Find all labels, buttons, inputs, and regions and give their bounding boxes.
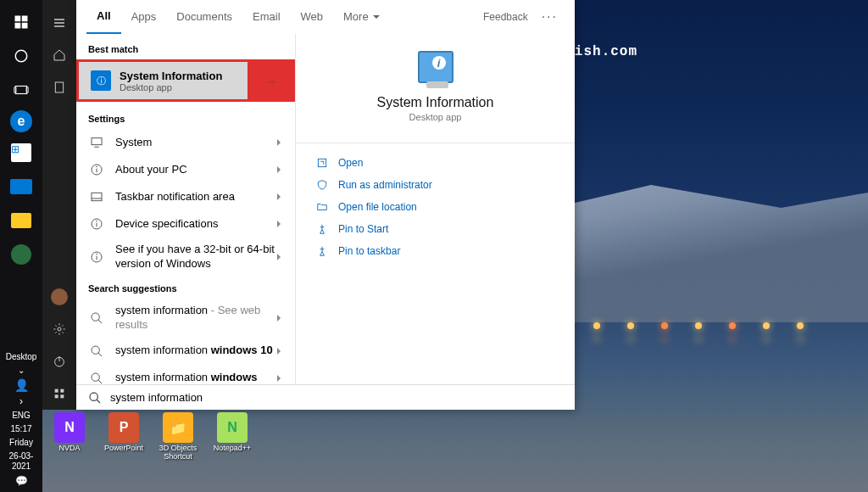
grid-rail-icon[interactable]: [46, 380, 73, 407]
svg-rect-0: [15, 16, 21, 22]
chevron-down-icon[interactable]: ⌄: [18, 366, 25, 375]
section-settings: Settings: [76, 107, 295, 129]
svg-rect-39: [318, 159, 326, 166]
svg-point-4: [15, 50, 27, 62]
svg-point-9: [58, 327, 61, 331]
info-icon: [88, 249, 105, 266]
svg-rect-21: [92, 193, 102, 200]
svg-point-20: [97, 166, 97, 167]
document-rail-icon[interactable]: [46, 74, 73, 101]
tab-web[interactable]: Web: [291, 0, 334, 34]
search-tabs: All Apps Documents Email Web More Feedba…: [76, 0, 575, 34]
desktop-icon-powerpoint[interactable]: PPowerPoint: [103, 412, 144, 461]
suggestion-item[interactable]: system information windows: [76, 365, 295, 384]
svg-point-31: [92, 346, 99, 354]
start-rail: [42, 0, 76, 410]
action-pin-taskbar[interactable]: Pin to taskbar: [296, 240, 575, 262]
desktop-icon-nvda[interactable]: NNVDA: [49, 412, 90, 461]
search-icon: [88, 310, 105, 327]
feedback-link[interactable]: Feedback: [483, 11, 528, 23]
search-icon: [88, 391, 102, 405]
action-open[interactable]: Open: [296, 152, 575, 174]
app-avatar-icon[interactable]: [8, 241, 35, 268]
desktop-icons: NNVDA PPowerPoint 📁3D Objects Shortcut N…: [49, 412, 253, 461]
preview-app-icon: [418, 51, 453, 83]
settings-item-device-spec[interactable]: Device specifications: [76, 210, 295, 238]
power-icon[interactable]: [46, 348, 73, 375]
preview-pane: System Information Desktop app Open Run …: [295, 34, 575, 384]
clock-day: Friday: [9, 438, 33, 448]
info-icon: [88, 215, 105, 232]
pin-icon: [314, 245, 330, 257]
desktop-label[interactable]: Desktop: [6, 352, 37, 362]
start-icon[interactable]: [8, 8, 35, 36]
chevron-right-icon: [275, 310, 283, 326]
svg-point-40: [90, 393, 97, 400]
svg-line-34: [98, 380, 102, 383]
svg-rect-13: [60, 389, 64, 393]
people-icon[interactable]: 👤: [14, 378, 29, 392]
clock-date: 26-03-2021: [0, 451, 42, 472]
clock-time[interactable]: 15:17: [10, 424, 31, 434]
svg-line-41: [97, 400, 100, 403]
search-icon: [88, 370, 105, 384]
section-suggestions: Search suggestions: [76, 277, 295, 299]
results-list: Best match ⓘ System Information Desktop …: [76, 34, 295, 384]
suggestion-item[interactable]: system information - See web results: [76, 299, 295, 338]
lang-indicator[interactable]: ENG: [12, 411, 31, 421]
action-pin-start[interactable]: Pin to Start: [296, 218, 575, 240]
tray-chevron-icon[interactable]: ›: [19, 395, 23, 407]
tab-apps[interactable]: Apps: [121, 0, 167, 34]
cortana-icon[interactable]: [8, 42, 35, 70]
store-icon[interactable]: ⊞: [8, 139, 35, 166]
explorer-icon[interactable]: [8, 207, 35, 234]
mail-icon[interactable]: [8, 173, 35, 200]
settings-item-32-64[interactable]: See if you have a 32-bit or 64-bit versi…: [76, 238, 295, 277]
tab-all[interactable]: All: [86, 0, 121, 34]
action-open-location[interactable]: Open file location: [296, 196, 575, 218]
user-rail-icon[interactable]: [46, 283, 73, 310]
taskview-icon[interactable]: [8, 76, 35, 103]
preview-title: System Information: [377, 95, 494, 110]
desktop-icon-notepadpp[interactable]: NNotepad++: [212, 412, 253, 461]
tab-documents[interactable]: Documents: [166, 0, 242, 34]
svg-point-28: [97, 254, 97, 254]
action-run-admin[interactable]: Run as administrator: [296, 174, 575, 196]
chevron-right-icon: [275, 344, 283, 359]
svg-rect-8: [55, 82, 63, 92]
settings-item-taskbar[interactable]: Taskbar notification area: [76, 183, 295, 210]
shield-icon: [314, 179, 330, 191]
tab-more[interactable]: More: [333, 0, 391, 34]
suggestion-item[interactable]: system information windows 10: [76, 338, 295, 365]
chevron-right-icon: [275, 189, 283, 204]
search-input[interactable]: [110, 391, 563, 404]
pin-icon: [314, 223, 330, 235]
tab-email[interactable]: Email: [242, 0, 291, 34]
desktop-icon-3dobjects[interactable]: 📁3D Objects Shortcut: [158, 412, 198, 461]
best-match-subtitle: Desktop app: [120, 82, 222, 92]
edge-icon[interactable]: e: [10, 110, 32, 132]
svg-rect-1: [22, 16, 28, 22]
more-dots-icon[interactable]: ···: [535, 9, 565, 25]
svg-point-25: [97, 221, 97, 221]
action-center-icon[interactable]: 💬: [15, 475, 28, 487]
hamburger-icon[interactable]: [46, 9, 73, 36]
chevron-right-icon: [275, 162, 283, 177]
chevron-right-icon: [275, 216, 283, 232]
best-match-item[interactable]: ⓘ System Information Desktop app: [76, 59, 295, 102]
gear-icon[interactable]: [46, 316, 73, 343]
home-icon[interactable]: [46, 42, 73, 69]
svg-rect-3: [22, 23, 28, 29]
svg-point-29: [92, 313, 99, 321]
section-best-match: Best match: [76, 37, 295, 59]
chevron-right-icon: [275, 135, 283, 150]
folder-icon: [314, 201, 330, 213]
svg-rect-14: [55, 394, 58, 398]
taskbar-icon: [88, 188, 105, 205]
svg-rect-15: [60, 394, 64, 398]
info-icon: [88, 161, 105, 178]
settings-item-system[interactable]: System: [76, 129, 295, 156]
search-icon: [88, 343, 105, 360]
settings-item-about[interactable]: About your PC: [76, 156, 295, 183]
sysinfo-icon: ⓘ: [91, 70, 111, 91]
